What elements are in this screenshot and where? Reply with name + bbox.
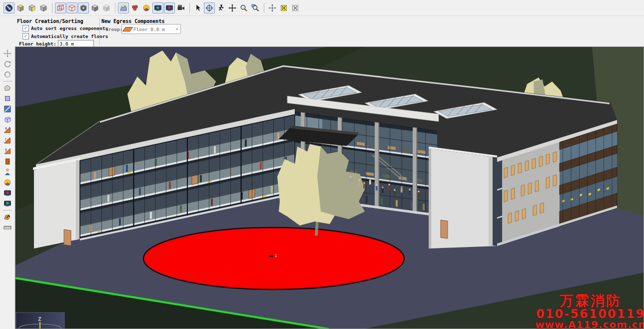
auto-sort-label: Auto sort egress components: [31, 26, 108, 31]
zoom-fit-selection-button[interactable]: [278, 2, 289, 14]
wireframe-mode-button[interactable]: [55, 2, 66, 14]
no-render-mode-button[interactable]: [78, 2, 89, 14]
view-top-cube-button[interactable]: [15, 2, 26, 14]
rectangle-tool-icon: [3, 94, 11, 102]
monitor-green-tool-button[interactable]: [2, 198, 12, 208]
monitor-green-icon: [3, 200, 11, 208]
move-group-tool-button[interactable]: [2, 212, 12, 222]
gizmo-axis-label: Z: [38, 316, 41, 322]
nav-gizmo[interactable]: Z: [16, 312, 64, 329]
select-arrow-icon: [194, 4, 202, 12]
zoom-box-tool-button[interactable]: [250, 2, 261, 14]
poi-highlight[interactable]: 1: [143, 228, 404, 290]
door-tool-button[interactable]: [2, 156, 12, 166]
show-occupants-button[interactable]: [141, 2, 152, 14]
add-edge-tool-button[interactable]: [2, 104, 12, 114]
cube-top-icon: [16, 4, 24, 12]
orbit-view-button[interactable]: [3, 2, 14, 14]
occupant-sphere-icon: [3, 178, 11, 186]
solid-cube-icon: [91, 4, 99, 12]
rectangle-tool-button[interactable]: [2, 94, 12, 104]
auto-create-label: Automatically create floors: [31, 34, 108, 39]
pan-view-tool-button[interactable]: [2, 48, 12, 58]
measure-tool-button[interactable]: [2, 222, 12, 232]
show-fire-button[interactable]: [129, 2, 140, 14]
orbit-view-tool-button[interactable]: [2, 59, 12, 69]
walk-tool-button[interactable]: [215, 2, 226, 14]
new-egress-title: New Egress Components: [101, 18, 164, 24]
move-group-icon: [3, 213, 11, 221]
options-panel: Floor Creation/Sorting ✓ Auto sort egres…: [0, 16, 644, 46]
ramp-tool-button[interactable]: [2, 146, 12, 156]
pan-tool-button[interactable]: [227, 2, 238, 14]
pan-move-icon: [228, 4, 236, 12]
ramp-icon: [3, 147, 11, 155]
polygon-tool-button[interactable]: [2, 83, 12, 93]
auto-sort-row: ✓ Auto sort egress components: [22, 25, 108, 32]
top-toolbar: [0, 0, 644, 16]
outline-mode-button[interactable]: [66, 2, 77, 14]
monitor-red-button[interactable]: [164, 2, 175, 14]
view-side-cube-button[interactable]: [26, 2, 37, 14]
zoom-extents-button[interactable]: [290, 2, 301, 14]
magnifier-box-icon: [251, 4, 259, 12]
walk-person-icon: [217, 4, 225, 12]
poi-marker: [270, 255, 273, 257]
auto-sort-checkbox[interactable]: ✓: [22, 25, 29, 32]
panel-divider: [99, 18, 100, 45]
group-dropdown-value: Floor 0.0 m: [133, 26, 165, 32]
zoom-fit-white-icon: [291, 4, 299, 12]
red-highlight-circle: [143, 228, 404, 290]
scene-canvas[interactable]: 1 万霖消防 010-56100119 www.A119.com.cn Z: [15, 46, 644, 329]
roam-view-tool-button[interactable]: [2, 70, 12, 80]
outline-cube-icon: [68, 4, 76, 12]
orbit-tool-button[interactable]: [204, 2, 215, 14]
orbit-tool-icon: [205, 4, 213, 12]
show-terrain-button[interactable]: [118, 2, 129, 14]
monitor-green-icon: [154, 4, 162, 12]
polygon-tool-icon: [3, 84, 11, 92]
fire-spheres-icon: [131, 4, 139, 12]
magnifier-icon: [240, 4, 248, 12]
center-view-button[interactable]: [267, 2, 278, 14]
extrude-box-icon: [3, 116, 11, 124]
monitor-green-button[interactable]: [152, 2, 163, 14]
pan-view-icon: [3, 50, 11, 58]
floor-creation-title: Floor Creation/Sorting: [17, 18, 83, 24]
group-label: Group:: [105, 26, 122, 32]
camera-icon: [177, 4, 185, 12]
rotate-view-icon: [3, 60, 11, 68]
orbit-view-icon: [5, 4, 13, 12]
occupant-group-tool-button[interactable]: [2, 178, 12, 188]
end-wall: [34, 160, 80, 248]
floor-height-label: Floor height:: [19, 41, 56, 46]
view-iso-cube-button[interactable]: [38, 2, 49, 14]
transparent-mode-button[interactable]: [101, 2, 112, 14]
transparent-cube-icon: [102, 4, 110, 12]
toolbar-separator: [52, 3, 52, 13]
stairs-icon: [3, 126, 11, 134]
group-dropdown[interactable]: Floor 0.0 m ▾: [121, 24, 181, 34]
monitor-red-icon: [3, 189, 11, 197]
zoom-tool-button[interactable]: [238, 2, 249, 14]
application-window: { "toolbar_top": { "icons": [ {"name":"o…: [0, 0, 644, 329]
select-tool-button[interactable]: [192, 2, 203, 14]
no-render-cube-icon: [79, 4, 87, 12]
toolbar-separator: [3, 81, 12, 82]
auto-create-checkbox[interactable]: ✓: [22, 33, 29, 40]
occupant-tool-button[interactable]: [2, 167, 12, 177]
camera-button[interactable]: [175, 2, 186, 14]
watermark-url: www.A119.com.cn: [535, 318, 644, 329]
toolbar-separator: [3, 210, 12, 210]
monitor-red-tool-button[interactable]: [2, 188, 12, 198]
extrude-tool-button[interactable]: [2, 114, 12, 124]
auto-create-row: ✓ Automatically create floors: [22, 33, 108, 40]
stairs-tool-button[interactable]: [2, 125, 12, 135]
solid-mode-button[interactable]: [89, 2, 100, 14]
door-icon: [3, 158, 11, 166]
cube-iso-icon: [39, 4, 47, 12]
chevron-down-icon: ▾: [176, 26, 178, 32]
3d-viewport[interactable]: 1 万霖消防 010-56100119 www.A119.com.cn Z: [15, 46, 644, 329]
stairs-landing-tool-button[interactable]: [2, 136, 12, 146]
zoom-fit-yellow-icon: [280, 4, 288, 12]
